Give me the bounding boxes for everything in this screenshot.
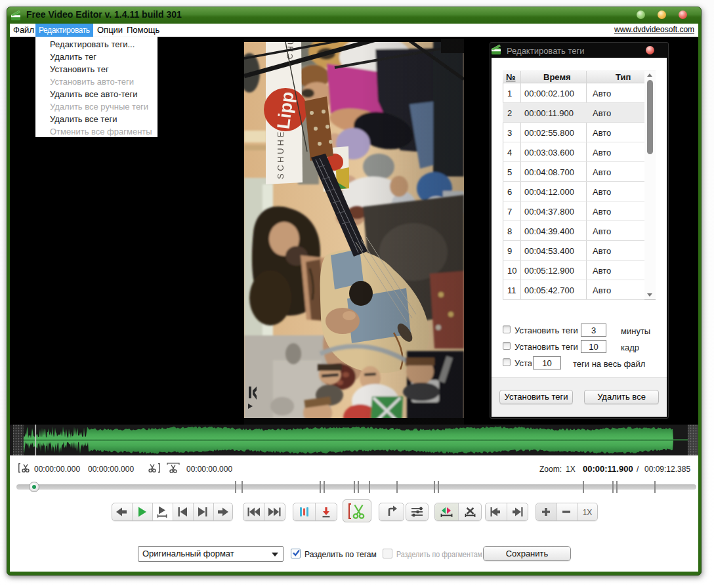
svg-text:SCHUHE: SCHUHE [276, 129, 285, 179]
svg-text:1X: 1X [583, 508, 593, 517]
